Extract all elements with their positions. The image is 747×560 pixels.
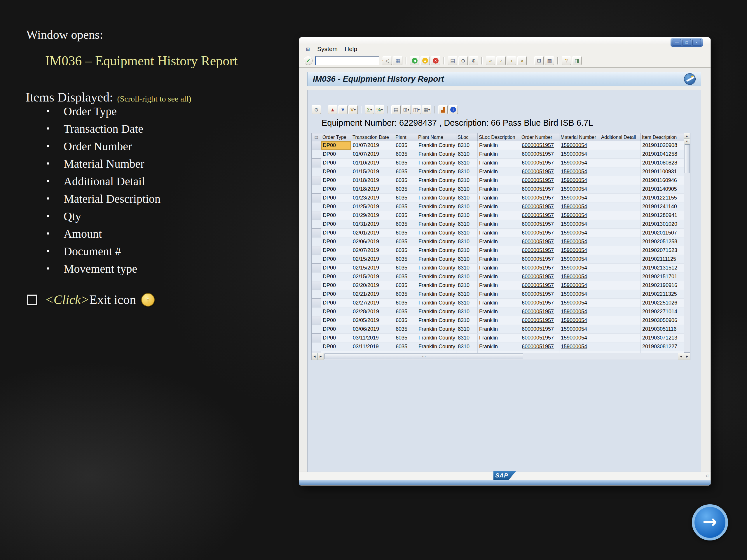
cell[interactable]: DP00: [321, 203, 351, 211]
cell[interactable]: Franklin: [478, 211, 520, 220]
cell[interactable]: [600, 176, 641, 185]
cell[interactable]: 60000051957: [520, 334, 559, 342]
cell[interactable]: 8310: [456, 264, 478, 272]
close-button[interactable]: ×: [692, 39, 701, 46]
column-header[interactable]: Material Number: [559, 133, 600, 141]
cell[interactable]: [600, 281, 641, 290]
row-selector[interactable]: [312, 141, 321, 150]
cell[interactable]: 60000051957: [520, 220, 559, 229]
cell[interactable]: 02/28/2019: [351, 308, 394, 316]
column-header[interactable]: SLoc: [456, 133, 478, 141]
cell[interactable]: [600, 237, 641, 246]
cell[interactable]: 03/05/2019: [351, 316, 394, 325]
cell[interactable]: Franklin: [478, 194, 520, 203]
minimize-button[interactable]: —: [673, 39, 681, 46]
cell[interactable]: 03/11/2019: [351, 334, 394, 342]
row-selector[interactable]: [312, 237, 321, 246]
cell[interactable]: 159000054: [559, 150, 600, 159]
cancel-icon[interactable]: ✕: [431, 56, 440, 65]
status-collapse-icon[interactable]: ◁: [705, 473, 708, 478]
cell[interactable]: 8310: [456, 334, 478, 342]
row-selector[interactable]: [312, 229, 321, 237]
column-header[interactable]: Item Description: [641, 133, 684, 141]
cell[interactable]: 6035: [394, 203, 417, 211]
cell[interactable]: Franklin County: [417, 299, 456, 308]
cell[interactable]: 6035: [394, 316, 417, 325]
cell[interactable]: DP00: [321, 141, 351, 150]
cell[interactable]: 01/10/2019: [351, 159, 394, 167]
cell[interactable]: 201902131512: [641, 264, 684, 272]
cell[interactable]: 02/15/2019: [351, 272, 394, 281]
horizontal-scroll-thumb[interactable]: ⋯: [325, 353, 523, 359]
cell[interactable]: [600, 150, 641, 159]
cell[interactable]: DP00: [321, 211, 351, 220]
cell[interactable]: 60000051957: [520, 141, 559, 150]
cell[interactable]: DP00: [321, 334, 351, 342]
cell[interactable]: 60000051957: [520, 229, 559, 237]
cell[interactable]: 159000054: [559, 334, 600, 342]
cell[interactable]: [600, 342, 641, 351]
cell[interactable]: 03/06/2019: [351, 325, 394, 334]
cell[interactable]: Franklin County: [417, 194, 456, 203]
cell[interactable]: 159000054: [559, 246, 600, 255]
cell[interactable]: 8310: [456, 141, 478, 150]
cell[interactable]: 8310: [456, 159, 478, 167]
cell[interactable]: 159000054: [559, 203, 600, 211]
cell[interactable]: 6035: [394, 281, 417, 290]
cell[interactable]: 159000054: [559, 141, 600, 150]
cell[interactable]: Franklin: [478, 220, 520, 229]
cell[interactable]: [600, 141, 641, 150]
cell[interactable]: 8310: [456, 194, 478, 203]
cell[interactable]: Franklin County: [417, 150, 456, 159]
cell[interactable]: DP00: [321, 272, 351, 281]
scroll-down-icon[interactable]: ▼: [684, 139, 690, 144]
cell[interactable]: Franklin County: [417, 334, 456, 342]
cell[interactable]: [600, 334, 641, 342]
cell[interactable]: 159000054: [559, 220, 600, 229]
row-selector[interactable]: [312, 203, 321, 211]
cell[interactable]: [600, 167, 641, 176]
cell[interactable]: 60000051957: [520, 264, 559, 272]
cell[interactable]: 8310: [456, 342, 478, 351]
cell[interactable]: 8310: [456, 255, 478, 264]
graphic-icon[interactable]: ▟: [438, 105, 447, 114]
row-selector[interactable]: [312, 185, 321, 194]
cell[interactable]: 6035: [394, 167, 417, 176]
cell[interactable]: 159000054: [559, 194, 600, 203]
row-selector[interactable]: [312, 159, 321, 167]
cell[interactable]: DP00: [321, 194, 351, 203]
cell[interactable]: Franklin: [478, 203, 520, 211]
cell[interactable]: Franklin County: [417, 246, 456, 255]
cell[interactable]: [600, 185, 641, 194]
cell[interactable]: [600, 194, 641, 203]
cell[interactable]: 01/29/2019: [351, 211, 394, 220]
cell[interactable]: Franklin County: [417, 290, 456, 299]
cell[interactable]: 6035: [394, 237, 417, 246]
cell[interactable]: 6035: [394, 194, 417, 203]
cell[interactable]: 8310: [456, 299, 478, 308]
cell[interactable]: Franklin: [478, 342, 520, 351]
row-selector[interactable]: [312, 299, 321, 308]
cell[interactable]: DP00: [321, 316, 351, 325]
cell[interactable]: DP00: [321, 237, 351, 246]
cell[interactable]: 159000054: [559, 272, 600, 281]
vertical-scroll-thumb[interactable]: [685, 144, 690, 173]
cell[interactable]: Franklin: [478, 290, 520, 299]
cell[interactable]: 60000051957: [520, 290, 559, 299]
cell[interactable]: 01/07/2019: [351, 150, 394, 159]
cell[interactable]: [600, 316, 641, 325]
cell[interactable]: 159000054: [559, 264, 600, 272]
cell[interactable]: [600, 290, 641, 299]
cell[interactable]: Franklin County: [417, 325, 456, 334]
cell[interactable]: 01/18/2019: [351, 176, 394, 185]
cell[interactable]: 159000054: [559, 325, 600, 334]
cell[interactable]: DP00: [321, 150, 351, 159]
row-selector[interactable]: [312, 325, 321, 334]
cell[interactable]: Franklin County: [417, 167, 456, 176]
filter-icon[interactable]: ∇▾: [349, 105, 358, 114]
cell[interactable]: Franklin: [478, 308, 520, 316]
cell[interactable]: 201901301020: [641, 220, 684, 229]
cell[interactable]: 201902271014: [641, 308, 684, 316]
cell[interactable]: 6035: [394, 264, 417, 272]
row-selector[interactable]: [312, 176, 321, 185]
